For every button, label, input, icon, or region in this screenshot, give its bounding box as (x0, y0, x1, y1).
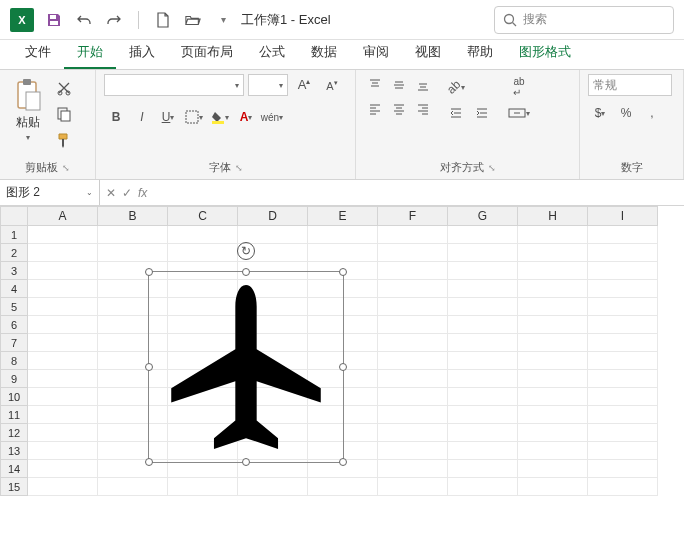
cell[interactable] (378, 370, 448, 388)
tab-review[interactable]: 审阅 (350, 37, 402, 69)
cell[interactable] (588, 442, 658, 460)
cell[interactable] (518, 478, 588, 496)
cell[interactable] (378, 478, 448, 496)
cell[interactable] (588, 424, 658, 442)
copy-button[interactable] (54, 104, 74, 124)
cell[interactable] (378, 316, 448, 334)
cell[interactable] (448, 388, 518, 406)
cell[interactable] (588, 298, 658, 316)
cell[interactable] (378, 298, 448, 316)
cell[interactable] (448, 262, 518, 280)
decrease-indent-button[interactable] (444, 102, 468, 124)
italic-button[interactable]: I (130, 106, 154, 128)
cell[interactable] (518, 334, 588, 352)
cell[interactable] (168, 244, 238, 262)
cell[interactable] (588, 316, 658, 334)
cell[interactable] (448, 442, 518, 460)
cell[interactable] (518, 406, 588, 424)
cell[interactable] (168, 478, 238, 496)
cell[interactable] (98, 478, 168, 496)
tab-insert[interactable]: 插入 (116, 37, 168, 69)
rotate-handle-icon[interactable] (237, 242, 255, 260)
cell[interactable] (28, 316, 98, 334)
cell[interactable] (588, 280, 658, 298)
resize-handle-mr[interactable] (339, 363, 347, 371)
row-header[interactable]: 3 (0, 262, 28, 280)
align-top-button[interactable] (364, 74, 386, 96)
decrease-font-button[interactable]: A▾ (320, 74, 344, 96)
cell[interactable] (28, 388, 98, 406)
search-box[interactable]: 搜索 (494, 6, 674, 34)
row-header[interactable]: 11 (0, 406, 28, 424)
cell[interactable] (448, 424, 518, 442)
row-header[interactable]: 8 (0, 352, 28, 370)
cell[interactable] (448, 334, 518, 352)
cell[interactable] (518, 352, 588, 370)
cell[interactable] (588, 352, 658, 370)
cell[interactable] (378, 226, 448, 244)
cell[interactable] (98, 226, 168, 244)
format-painter-button[interactable] (54, 130, 74, 150)
align-center-button[interactable] (388, 98, 410, 120)
cell[interactable] (28, 226, 98, 244)
cell[interactable] (448, 370, 518, 388)
cell[interactable] (378, 244, 448, 262)
tab-formulas[interactable]: 公式 (246, 37, 298, 69)
increase-indent-button[interactable] (470, 102, 494, 124)
cancel-icon[interactable]: ✕ (106, 186, 116, 200)
redo-icon[interactable] (106, 12, 122, 28)
phonetic-button[interactable]: wén▾ (260, 106, 284, 128)
cell[interactable] (448, 280, 518, 298)
cell[interactable] (518, 424, 588, 442)
cell[interactable] (28, 442, 98, 460)
font-size-combo[interactable]: ▾ (248, 74, 288, 96)
cell[interactable] (518, 370, 588, 388)
dialog-launcher-icon[interactable]: ⤡ (488, 163, 496, 173)
tab-page-layout[interactable]: 页面布局 (168, 37, 246, 69)
row-header[interactable]: 15 (0, 478, 28, 496)
qat-customize-icon[interactable]: ▾ (215, 12, 231, 28)
new-file-icon[interactable] (155, 12, 171, 28)
resize-handle-bl[interactable] (145, 458, 153, 466)
cell[interactable] (28, 460, 98, 478)
cell[interactable] (378, 406, 448, 424)
tab-shape-format[interactable]: 图形格式 (506, 37, 584, 69)
tab-file[interactable]: 文件 (12, 37, 64, 69)
cell[interactable] (588, 406, 658, 424)
cell[interactable] (448, 406, 518, 424)
row-header[interactable]: 9 (0, 370, 28, 388)
cell[interactable] (28, 424, 98, 442)
cell[interactable] (518, 226, 588, 244)
open-folder-icon[interactable] (185, 12, 201, 28)
tab-view[interactable]: 视图 (402, 37, 454, 69)
cell[interactable] (28, 280, 98, 298)
cell[interactable] (28, 370, 98, 388)
resize-handle-ml[interactable] (145, 363, 153, 371)
dialog-launcher-icon[interactable]: ⤡ (62, 163, 70, 173)
cell[interactable] (448, 460, 518, 478)
tab-data[interactable]: 数据 (298, 37, 350, 69)
border-button[interactable]: ▾ (182, 106, 206, 128)
column-header[interactable]: I (588, 206, 658, 226)
cell[interactable] (28, 334, 98, 352)
resize-handle-bm[interactable] (242, 458, 250, 466)
font-color-button[interactable]: A▾ (234, 106, 258, 128)
cell[interactable] (518, 280, 588, 298)
cell[interactable] (28, 262, 98, 280)
cell[interactable] (588, 370, 658, 388)
cell[interactable] (518, 388, 588, 406)
cell[interactable] (98, 244, 168, 262)
cell[interactable] (588, 244, 658, 262)
cell[interactable] (518, 316, 588, 334)
orientation-button[interactable]: ab▾ (444, 76, 468, 98)
comma-button[interactable]: , (640, 102, 664, 124)
resize-handle-tm[interactable] (242, 268, 250, 276)
cell[interactable] (448, 226, 518, 244)
shape-selection[interactable] (148, 271, 344, 463)
undo-icon[interactable] (76, 12, 92, 28)
cell[interactable] (518, 244, 588, 262)
column-header[interactable]: F (378, 206, 448, 226)
cell[interactable] (308, 244, 378, 262)
align-right-button[interactable] (412, 98, 434, 120)
row-header[interactable]: 1 (0, 226, 28, 244)
